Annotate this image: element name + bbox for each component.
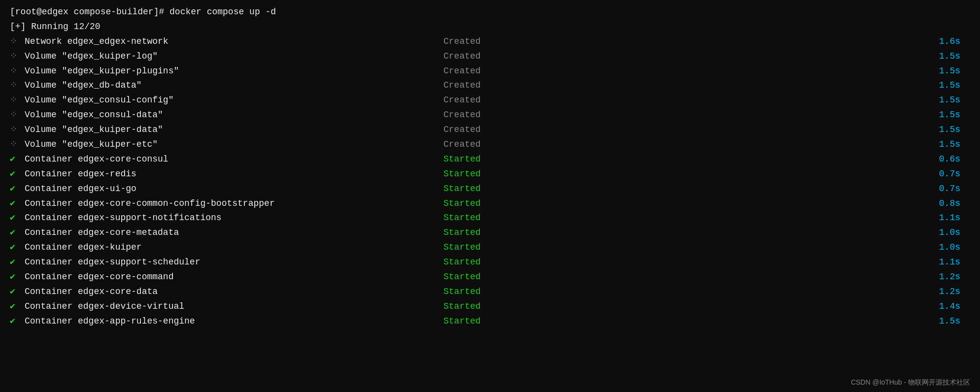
dot-icon: ⁘ [10, 108, 25, 122]
timing-value: 1.5s [939, 94, 960, 107]
status-badge: Created [443, 50, 542, 64]
check-icon: ✔ [10, 315, 25, 328]
check-icon: ✔ [10, 256, 25, 269]
resource-name: Container edgex-ui-go [25, 182, 443, 196]
resource-name: Container edgex-redis [25, 167, 443, 181]
resource-name: Container edgex-core-common-config-boots… [25, 197, 443, 211]
running-text: [+] Running 12/20 [10, 20, 101, 34]
check-icon: ✔ [10, 226, 25, 240]
terminal-row: ✔Container edgex-core-metadataStarted1.0… [10, 226, 970, 240]
resource-name: Volume "edgex_kuiper-log" [25, 50, 443, 64]
resource-name: Volume "edgex_kuiper-plugins" [25, 65, 443, 78]
resource-name: Volume "edgex_kuiper-data" [25, 123, 443, 137]
resource-name: Container edgex-core-data [25, 285, 443, 299]
terminal-row: ⁘Volume "edgex_kuiper-plugins"Created1.5… [10, 64, 970, 79]
status-badge: Started [443, 241, 542, 255]
status-badge: Started [443, 197, 542, 211]
timing-value: 1.1s [939, 211, 960, 225]
timing-value: 0.7s [939, 167, 960, 181]
check-icon: ✔ [10, 197, 25, 211]
status-badge: Created [443, 94, 542, 107]
status-badge: Created [443, 108, 542, 122]
resource-name: Container edgex-app-rules-engine [25, 315, 443, 328]
resource-name: Container edgex-support-notifications [25, 211, 443, 225]
check-icon: ✔ [10, 182, 25, 196]
resource-name: Container edgex-core-metadata [25, 226, 443, 240]
check-icon: ✔ [10, 211, 25, 225]
prompt-line: [root@edgex compose-builder]# docker com… [10, 5, 970, 20]
terminal-row: ⁘Volume "edgex_kuiper-log"Created1.5s [10, 49, 970, 64]
resource-name: Network edgex_edgex-network [25, 35, 443, 49]
watermark: CSDN @IoTHub - 物联网开源技术社区 [851, 378, 970, 387]
timing-value: 1.0s [939, 226, 960, 240]
timing-value: 1.1s [939, 256, 960, 269]
status-badge: Started [443, 211, 542, 225]
check-icon: ✔ [10, 285, 25, 299]
timing-value: 1.5s [939, 108, 960, 122]
status-badge: Started [443, 315, 542, 328]
status-badge: Started [443, 285, 542, 299]
terminal-row: ⁘Volume "edgex_db-data"Created1.5s [10, 78, 970, 93]
check-icon: ✔ [10, 241, 25, 255]
timing-value: 1.2s [939, 270, 960, 284]
terminal-row: ⁘Volume "edgex_kuiper-data"Created1.5s [10, 123, 970, 137]
timing-value: 1.4s [939, 300, 960, 314]
status-badge: Started [443, 153, 542, 166]
terminal-row: ✔Container edgex-app-rules-engineStarted… [10, 314, 970, 329]
timing-value: 0.8s [939, 197, 960, 211]
terminal-row: ⁘Volume "edgex_consul-data"Created1.5s [10, 108, 970, 123]
resource-name: Container edgex-core-command [25, 270, 443, 284]
terminal-row: ✔Container edgex-core-consulStarted0.6s [10, 152, 970, 167]
resource-name: Container edgex-support-scheduler [25, 256, 443, 269]
status-badge: Created [443, 79, 542, 93]
timing-value: 1.5s [939, 315, 960, 328]
status-badge: Created [443, 138, 542, 152]
timing-value: 1.5s [939, 138, 960, 152]
timing-value: 1.5s [939, 50, 960, 64]
status-badge: Started [443, 270, 542, 284]
resource-name: Volume "edgex_consul-data" [25, 108, 443, 122]
dot-icon: ⁘ [10, 138, 25, 152]
status-badge: Created [443, 123, 542, 137]
terminal-row: ⁘Volume "edgex_consul-config"Created1.5s [10, 93, 970, 108]
dot-icon: ⁘ [10, 94, 25, 107]
dot-icon: ⁘ [10, 79, 25, 93]
resource-name: Container edgex-core-consul [25, 153, 443, 166]
status-badge: Created [443, 65, 542, 78]
resource-name: Volume "edgex_db-data" [25, 79, 443, 93]
timing-value: 1.5s [939, 123, 960, 137]
status-badge: Started [443, 226, 542, 240]
resource-name: Volume "edgex_kuiper-etc" [25, 138, 443, 152]
timing-value: 1.6s [939, 35, 960, 49]
prompt-text: [root@edgex compose-builder]# docker com… [10, 5, 276, 19]
terminal-row: ✔Container edgex-device-virtualStarted1.… [10, 299, 970, 314]
status-badge: Started [443, 182, 542, 196]
check-icon: ✔ [10, 270, 25, 284]
timing-value: 1.2s [939, 285, 960, 299]
terminal-row: ✔Container edgex-kuiperStarted1.0s [10, 240, 970, 255]
timing-value: 1.5s [939, 79, 960, 93]
status-badge: Created [443, 35, 542, 49]
timing-value: 1.0s [939, 241, 960, 255]
resource-name: Container edgex-device-virtual [25, 300, 443, 314]
check-icon: ✔ [10, 167, 25, 181]
terminal-row: ⁘Network edgex_edgex-networkCreated1.6s [10, 34, 970, 49]
terminal-row: ✔Container edgex-core-common-config-boot… [10, 196, 970, 211]
dot-icon: ⁘ [10, 50, 25, 64]
terminal-row: ✔Container edgex-ui-goStarted0.7s [10, 182, 970, 196]
resource-name: Volume "edgex_consul-config" [25, 94, 443, 107]
terminal-row: ✔Container edgex-core-commandStarted1.2s [10, 270, 970, 285]
terminal-window: [root@edgex compose-builder]# docker com… [0, 0, 980, 392]
timing-value: 0.6s [939, 153, 960, 166]
dot-icon: ⁘ [10, 65, 25, 78]
resource-name: Container edgex-kuiper [25, 241, 443, 255]
status-badge: Started [443, 167, 542, 181]
check-icon: ✔ [10, 300, 25, 314]
running-line: [+] Running 12/20 [10, 20, 970, 34]
terminal-row: ✔Container edgex-support-schedulerStarte… [10, 255, 970, 270]
dot-icon: ⁘ [10, 123, 25, 137]
dot-icon: ⁘ [10, 35, 25, 49]
check-icon: ✔ [10, 153, 25, 166]
terminal-row: ✔Container edgex-redisStarted0.7s [10, 167, 970, 182]
terminal-row: ⁘Volume "edgex_kuiper-etc"Created1.5s [10, 137, 970, 152]
